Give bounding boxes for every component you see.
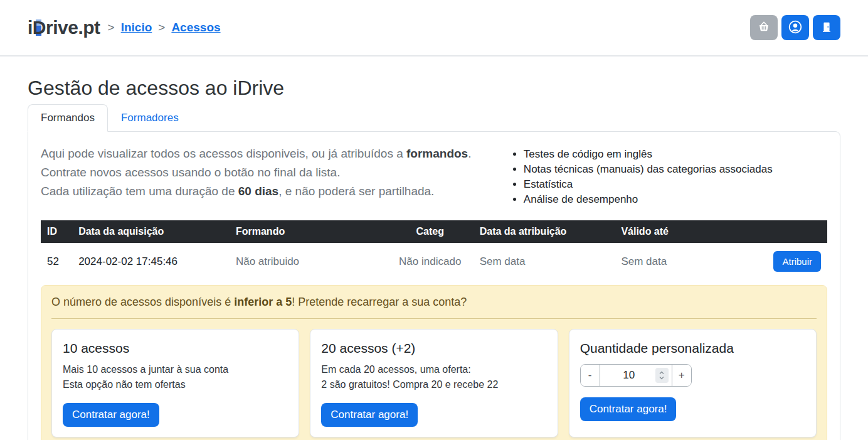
feature-item: Notas técnicas (manuais) das categorias … (524, 162, 827, 177)
col-header-valido: Válido até (615, 220, 741, 243)
accesses-table: ID Data da aquisição Formando Categ Data… (41, 220, 827, 280)
cell-categ: Não indicado (387, 243, 474, 280)
offer-description: Em cada 20 acessos, uma oferta: 2 são gr… (321, 362, 546, 392)
offer-card-custom: Quantidade personalizada - 10 (569, 329, 817, 437)
col-header-aquisicao: Data da aquisição (72, 220, 230, 243)
logo: iDrive.pt (28, 18, 100, 37)
quantity-value: 10 (623, 369, 635, 382)
contratar-button-custom[interactable]: Contratar agora! (580, 397, 677, 421)
intro-row: Aqui pode visualizar todos os acessos di… (41, 144, 827, 207)
tab-formandos[interactable]: Formandos (28, 104, 108, 132)
offer-card-10: 10 acessos Mais 10 acessos a juntar à su… (51, 329, 299, 437)
col-header-id: ID (41, 220, 72, 243)
col-header-action (741, 220, 827, 243)
col-header-atribuicao: Data da atribuição (474, 220, 615, 243)
breadcrumb-link-inicio[interactable]: Inicio (121, 21, 152, 35)
page-title: Gestão de acessos ao iDrive (28, 77, 840, 100)
breadcrumb: > Inicio > Acessos (108, 21, 221, 35)
breadcrumb-link-acessos[interactable]: Acessos (171, 21, 220, 35)
alert-divider (51, 318, 817, 319)
quantity-minus-button[interactable]: - (581, 365, 600, 386)
feature-item: Estatística (524, 177, 827, 192)
atribuir-button[interactable]: Atribuir (773, 251, 821, 272)
breadcrumb-separator: > (158, 21, 165, 35)
breadcrumb-separator: > (108, 21, 115, 35)
alert-message: O número de acessos disponíveis é inferi… (51, 296, 817, 309)
table-row: 52 2024-02-02 17:45:46 Não atribuido Não… (41, 243, 827, 280)
basket-icon (756, 19, 771, 36)
header-actions (750, 15, 840, 40)
intro-text: Aqui pode visualizar todos os acessos di… (41, 144, 505, 207)
offers-row: 10 acessos Mais 10 acessos a juntar à su… (51, 329, 817, 437)
offer-title: Quantidade personalizada (580, 341, 805, 356)
col-header-formando: Formando (230, 220, 387, 243)
tab-bar: Formandos Formadores (28, 104, 840, 132)
cart-button[interactable] (750, 15, 778, 40)
formandos-panel: Aqui pode visualizar todos os acessos di… (28, 131, 840, 440)
number-spinner-icon[interactable] (655, 368, 669, 383)
offer-description: Mais 10 acessos a juntar à sua conta Est… (63, 362, 288, 392)
quantity-plus-button[interactable]: + (672, 365, 691, 386)
quantity-input[interactable]: 10 (600, 365, 672, 386)
table-header-row: ID Data da aquisição Formando Categ Data… (41, 220, 827, 243)
contratar-button-20[interactable]: Contratar agora! (321, 403, 418, 427)
features-list: Testes de código em inglês Notas técnica… (505, 144, 827, 207)
door-logout-icon (820, 20, 834, 36)
offer-card-20: 20 acessos (+2) Em cada 20 acessos, uma … (310, 329, 558, 437)
logout-button[interactable] (813, 15, 840, 40)
cell-valido: Sem data (615, 243, 741, 280)
tab-formadores[interactable]: Formadores (108, 104, 192, 132)
contratar-button-10[interactable]: Contratar agora! (63, 403, 159, 427)
offer-title: 10 acessos (63, 341, 288, 356)
recharge-alert: O número de acessos disponíveis é inferi… (41, 285, 827, 440)
cell-aquisicao: 2024-02-02 17:45:46 (72, 243, 230, 280)
main-content: Gestão de acessos ao iDrive Formandos Fo… (0, 77, 868, 440)
cell-formando: Não atribuido (230, 243, 387, 280)
feature-item: Análise de desempenho (524, 192, 827, 207)
account-circle-icon (787, 19, 803, 37)
cell-atribuicao: Sem data (474, 243, 615, 280)
offer-title: 20 acessos (+2) (321, 341, 546, 356)
quantity-stepper: - 10 + (580, 364, 692, 387)
top-header: iDrive.pt > Inicio > Acessos (0, 0, 868, 56)
feature-item: Testes de código em inglês (524, 147, 827, 162)
cell-id: 52 (41, 243, 72, 280)
col-header-categ: Categ (387, 220, 474, 243)
account-button[interactable] (781, 15, 809, 40)
